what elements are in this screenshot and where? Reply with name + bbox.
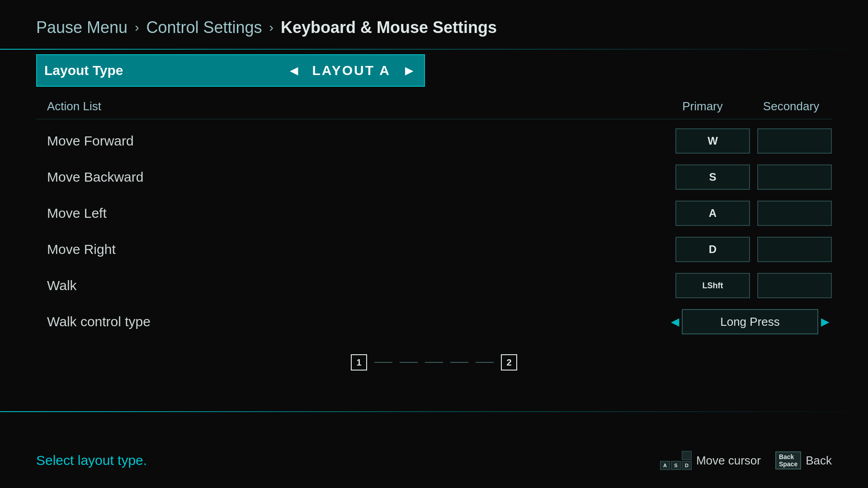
action-walk: Walk xyxy=(36,278,675,293)
page-dash xyxy=(476,362,494,363)
move-cursor-hint: A S D Move cursor xyxy=(660,451,761,470)
primary-key-move-left[interactable]: A xyxy=(675,201,750,226)
bottom-divider xyxy=(0,411,868,412)
layout-type-label: Layout Type xyxy=(44,63,286,78)
walk-control-value: Long Press xyxy=(682,309,818,334)
action-move-right: Move Right xyxy=(36,242,675,257)
page-dash xyxy=(374,362,392,363)
layout-type-left-arrow[interactable]: ◀ xyxy=(286,64,302,77)
primary-key-move-forward[interactable]: W xyxy=(675,128,750,154)
table-row: Move Forward W xyxy=(36,123,832,159)
back-hint: BackSpace Back xyxy=(775,451,832,469)
page-dash xyxy=(400,362,418,363)
back-label: Back xyxy=(806,454,832,468)
table-row: Move Left A xyxy=(36,195,832,231)
a-key: A xyxy=(660,461,670,470)
bottom-bar: Select layout type. A S D Move cursor Ba… xyxy=(36,451,832,470)
secondary-key-move-right[interactable] xyxy=(757,237,832,262)
secondary-key-move-forward[interactable] xyxy=(757,128,832,154)
breadcrumb: Pause Menu › Control Settings › Keyboard… xyxy=(36,18,497,37)
col-secondary-header: Secondary xyxy=(763,99,819,113)
breadcrumb-pause-menu[interactable]: Pause Menu xyxy=(36,18,127,37)
primary-key-walk[interactable]: LShft xyxy=(675,273,750,298)
layout-type-right-arrow[interactable]: ▶ xyxy=(401,64,417,77)
action-walk-control: Walk control type xyxy=(36,314,668,329)
d-key: D xyxy=(682,461,692,470)
breadcrumb-keyboard-mouse: Keyboard & Mouse Settings xyxy=(281,18,497,37)
hint-text: Select layout type. xyxy=(36,453,147,468)
walk-control-left-arrow[interactable]: ◀ xyxy=(668,315,682,328)
col-primary-header: Primary xyxy=(682,99,723,113)
page-num-2[interactable]: 2 xyxy=(501,354,517,371)
table-row: Move Backward S xyxy=(36,159,832,195)
s-key: S xyxy=(671,461,681,470)
action-move-backward: Move Backward xyxy=(36,169,675,185)
secondary-key-walk[interactable] xyxy=(757,273,832,298)
primary-key-move-right[interactable]: D xyxy=(675,237,750,262)
table-row: Move Right D xyxy=(36,231,832,267)
secondary-key-move-left[interactable] xyxy=(757,201,832,226)
secondary-key-move-backward[interactable] xyxy=(757,164,832,190)
action-move-forward: Move Forward xyxy=(36,133,675,149)
primary-key-move-backward[interactable]: S xyxy=(675,164,750,190)
move-cursor-label: Move cursor xyxy=(696,454,761,468)
walk-control-row: Walk control type ◀ Long Press ▶ xyxy=(36,304,832,340)
page-num-1[interactable]: 1 xyxy=(351,354,367,371)
action-move-left: Move Left xyxy=(36,206,675,221)
layout-type-row[interactable]: Layout Type ◀ LAYOUT A ▶ xyxy=(36,54,425,87)
action-table: Action List Primary Secondary Move Forwa… xyxy=(36,99,832,340)
asd-icon: A S D xyxy=(660,451,692,470)
walk-control-selector[interactable]: ◀ Long Press ▶ xyxy=(668,309,832,334)
pagination: 1 2 xyxy=(36,354,832,371)
layout-type-value: LAYOUT A xyxy=(302,63,401,78)
page-dash xyxy=(450,362,468,363)
w-key xyxy=(682,451,692,460)
page-dash xyxy=(425,362,443,363)
breadcrumb-sep-1: › xyxy=(135,20,139,35)
table-header: Action List Primary Secondary xyxy=(36,99,832,119)
main-content: Layout Type ◀ LAYOUT A ▶ Action List Pri… xyxy=(36,54,832,371)
breadcrumb-sep-2: › xyxy=(269,20,274,35)
table-row: Walk LShft xyxy=(36,267,832,304)
col-action-header: Action List xyxy=(47,99,101,113)
walk-control-right-arrow[interactable]: ▶ xyxy=(818,315,832,328)
top-divider xyxy=(0,49,868,50)
breadcrumb-control-settings[interactable]: Control Settings xyxy=(146,18,262,37)
backspace-icon: BackSpace xyxy=(775,451,801,469)
controls-hint: A S D Move cursor BackSpace Back xyxy=(660,451,832,470)
